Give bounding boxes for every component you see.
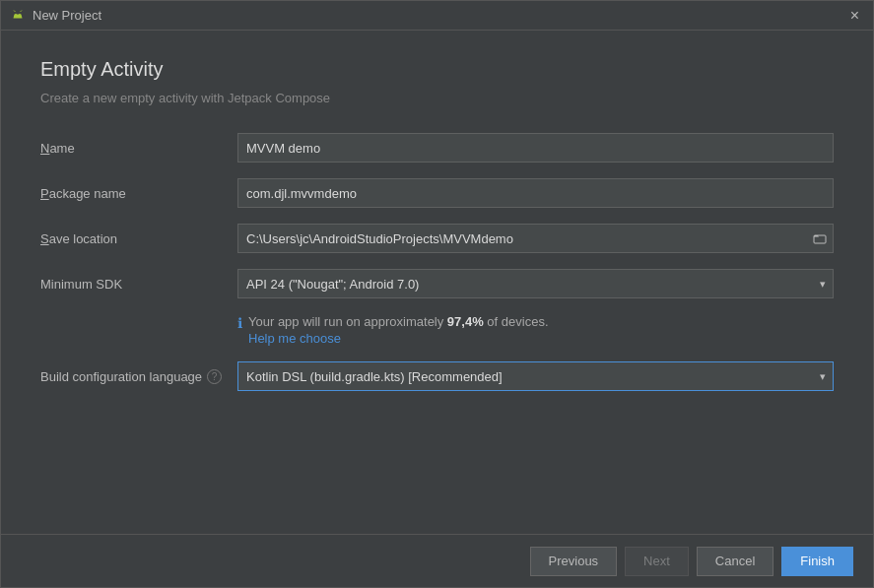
next-button[interactable]: Next: [625, 547, 689, 576]
cancel-button[interactable]: Cancel: [697, 547, 773, 576]
name-label: Name: [40, 141, 237, 156]
info-row: ℹ Your app will run on approximately 97,…: [237, 314, 834, 346]
package-input[interactable]: [237, 178, 834, 208]
info-text: Your app will run on approximately 97,4%…: [248, 314, 549, 329]
package-label: Package name: [40, 186, 237, 201]
help-icon[interactable]: ?: [207, 369, 222, 384]
save-location-input[interactable]: [237, 224, 806, 253]
folder-icon: [813, 231, 827, 245]
build-config-select-wrapper: Kotlin DSL (build.gradle.kts) [Recommend…: [237, 361, 834, 391]
info-icon: ℹ: [237, 315, 242, 331]
dialog-footer: Previous Next Cancel Finish: [1, 534, 873, 587]
title-bar: New Project ×: [1, 1, 873, 31]
previous-button[interactable]: Previous: [530, 547, 618, 576]
activity-title: Empty Activity: [40, 58, 834, 81]
svg-point-1: [19, 13, 21, 15]
name-input[interactable]: [237, 133, 834, 163]
dialog-title: New Project: [33, 8, 101, 23]
build-config-select[interactable]: Kotlin DSL (build.gradle.kts) [Recommend…: [237, 361, 834, 391]
svg-line-2: [14, 10, 16, 12]
minimum-sdk-label: Minimum SDK: [40, 277, 237, 292]
minimum-sdk-select-wrapper: API 24 ("Nougat"; Android 7.0) ▾: [237, 269, 834, 298]
activity-subtitle: Create a new empty activity with Jetpack…: [40, 91, 834, 105]
save-location-field-group: [237, 224, 834, 253]
package-row: Package name: [40, 178, 834, 208]
close-button[interactable]: ×: [846, 6, 863, 26]
browse-folder-button[interactable]: [806, 224, 834, 253]
dialog-content: Empty Activity Create a new empty activi…: [1, 31, 873, 534]
save-location-row: Save location: [40, 224, 834, 253]
name-row: Name: [40, 133, 834, 163]
svg-point-0: [15, 13, 17, 15]
finish-button[interactable]: Finish: [781, 547, 853, 576]
svg-line-3: [21, 10, 23, 12]
help-me-choose-link[interactable]: Help me choose: [248, 331, 549, 346]
build-config-row: Build configuration language ? Kotlin DS…: [40, 361, 834, 391]
build-config-label-group: Build configuration language ?: [40, 369, 237, 384]
minimum-sdk-select[interactable]: API 24 ("Nougat"; Android 7.0): [237, 269, 834, 298]
title-bar-left: New Project: [11, 8, 101, 23]
minimum-sdk-row: Minimum SDK API 24 ("Nougat"; Android 7.…: [40, 269, 834, 298]
build-config-label: Build configuration language: [40, 369, 202, 384]
new-project-dialog: New Project × Empty Activity Create a ne…: [0, 0, 874, 588]
save-location-label: Save location: [40, 231, 237, 246]
info-content: Your app will run on approximately 97,4%…: [248, 314, 549, 346]
android-icon: [11, 9, 25, 23]
